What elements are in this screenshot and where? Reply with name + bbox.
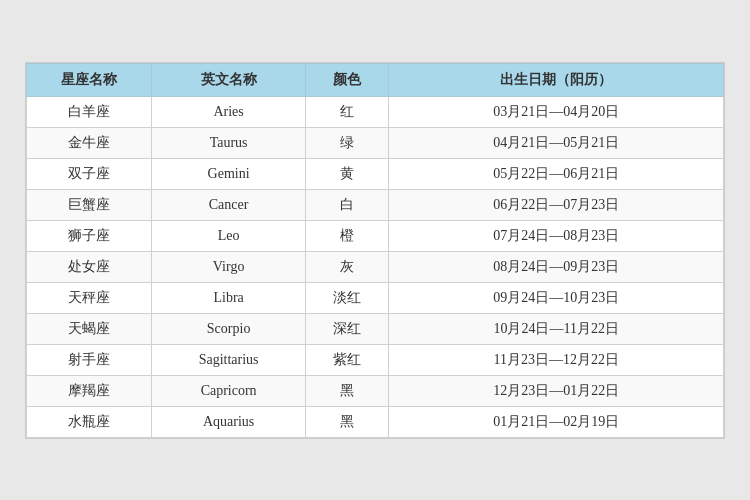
table-row: 水瓶座Aquarius黑01月21日—02月19日 [27, 406, 724, 437]
cell-en-name: Leo [152, 220, 305, 251]
cell-date: 07月24日—08月23日 [389, 220, 724, 251]
cell-color: 紫红 [305, 344, 389, 375]
cell-en-name: Capricorn [152, 375, 305, 406]
cell-color: 黄 [305, 158, 389, 189]
table-row: 摩羯座Capricorn黑12月23日—01月22日 [27, 375, 724, 406]
cell-color: 黑 [305, 375, 389, 406]
cell-date: 09月24日—10月23日 [389, 282, 724, 313]
cell-zh-name: 双子座 [27, 158, 152, 189]
table-row: 狮子座Leo橙07月24日—08月23日 [27, 220, 724, 251]
table-row: 处女座Virgo灰08月24日—09月23日 [27, 251, 724, 282]
cell-en-name: Virgo [152, 251, 305, 282]
cell-color: 绿 [305, 127, 389, 158]
cell-color: 灰 [305, 251, 389, 282]
header-color: 颜色 [305, 63, 389, 96]
cell-en-name: Sagittarius [152, 344, 305, 375]
cell-color: 橙 [305, 220, 389, 251]
cell-date: 01月21日—02月19日 [389, 406, 724, 437]
header-en-name: 英文名称 [152, 63, 305, 96]
cell-en-name: Taurus [152, 127, 305, 158]
cell-color: 白 [305, 189, 389, 220]
table-header-row: 星座名称 英文名称 颜色 出生日期（阳历） [27, 63, 724, 96]
cell-date: 04月21日—05月21日 [389, 127, 724, 158]
cell-date: 08月24日—09月23日 [389, 251, 724, 282]
cell-zh-name: 处女座 [27, 251, 152, 282]
cell-date: 03月21日—04月20日 [389, 96, 724, 127]
zodiac-table-container: 星座名称 英文名称 颜色 出生日期（阳历） 白羊座Aries红03月21日—04… [25, 62, 725, 439]
cell-date: 05月22日—06月21日 [389, 158, 724, 189]
cell-zh-name: 天秤座 [27, 282, 152, 313]
cell-zh-name: 狮子座 [27, 220, 152, 251]
table-row: 射手座Sagittarius紫红11月23日—12月22日 [27, 344, 724, 375]
cell-color: 深红 [305, 313, 389, 344]
table-row: 巨蟹座Cancer白06月22日—07月23日 [27, 189, 724, 220]
cell-color: 淡红 [305, 282, 389, 313]
cell-date: 06月22日—07月23日 [389, 189, 724, 220]
cell-zh-name: 天蝎座 [27, 313, 152, 344]
cell-date: 12月23日—01月22日 [389, 375, 724, 406]
cell-en-name: Cancer [152, 189, 305, 220]
table-row: 双子座Gemini黄05月22日—06月21日 [27, 158, 724, 189]
table-row: 白羊座Aries红03月21日—04月20日 [27, 96, 724, 127]
cell-zh-name: 摩羯座 [27, 375, 152, 406]
cell-en-name: Scorpio [152, 313, 305, 344]
cell-color: 红 [305, 96, 389, 127]
header-zh-name: 星座名称 [27, 63, 152, 96]
cell-zh-name: 射手座 [27, 344, 152, 375]
cell-date: 10月24日—11月22日 [389, 313, 724, 344]
header-date: 出生日期（阳历） [389, 63, 724, 96]
table-row: 天蝎座Scorpio深红10月24日—11月22日 [27, 313, 724, 344]
cell-zh-name: 巨蟹座 [27, 189, 152, 220]
cell-en-name: Aquarius [152, 406, 305, 437]
cell-zh-name: 白羊座 [27, 96, 152, 127]
cell-zh-name: 水瓶座 [27, 406, 152, 437]
cell-zh-name: 金牛座 [27, 127, 152, 158]
zodiac-table: 星座名称 英文名称 颜色 出生日期（阳历） 白羊座Aries红03月21日—04… [26, 63, 724, 438]
cell-en-name: Aries [152, 96, 305, 127]
table-row: 金牛座Taurus绿04月21日—05月21日 [27, 127, 724, 158]
cell-date: 11月23日—12月22日 [389, 344, 724, 375]
cell-en-name: Libra [152, 282, 305, 313]
cell-color: 黑 [305, 406, 389, 437]
table-row: 天秤座Libra淡红09月24日—10月23日 [27, 282, 724, 313]
cell-en-name: Gemini [152, 158, 305, 189]
